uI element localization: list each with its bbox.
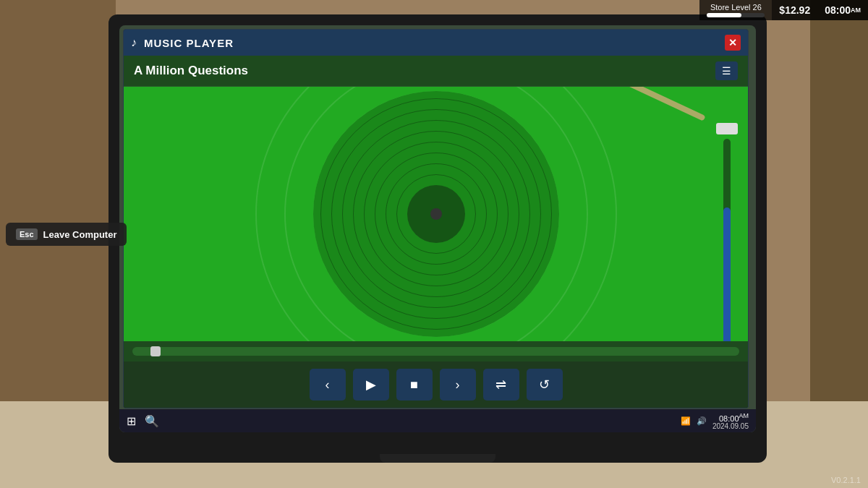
wifi-icon: 📶	[681, 416, 691, 426]
monitor: ♪ MUSIC PLAYER ✕ A Million Questions ☰	[109, 14, 767, 463]
volume-slider[interactable]	[716, 123, 738, 341]
song-title: A Million Questions	[134, 64, 248, 78]
leave-computer-label: Leave Computer	[43, 229, 117, 240]
music-player-window: ♪ MUSIC PLAYER ✕ A Million Questions ☰	[123, 29, 749, 408]
store-level-bar	[707, 13, 741, 17]
next-button[interactable]: ›	[440, 369, 476, 401]
store-level-bar-container	[707, 13, 765, 17]
monitor-stand	[416, 432, 459, 454]
title-bar: ♪ MUSIC PLAYER ✕	[124, 30, 748, 56]
play-button[interactable]: ▶	[353, 369, 389, 401]
playlist-button[interactable]: ☰	[715, 61, 738, 80]
taskbar-time: 08:00AM	[712, 412, 749, 423]
vinyl-center-dot	[430, 208, 442, 220]
song-title-bar: A Million Questions ☰	[124, 56, 748, 87]
top-hud: Store Level 26 $12.92 08:00AM	[699, 0, 868, 20]
windows-start-icon[interactable]: ⊞	[127, 414, 136, 428]
taskbar-right: 📶 🔊 08:00AM 2024.09.05	[681, 412, 749, 431]
vinyl-outer	[313, 91, 559, 337]
monitor-screen: ♪ MUSIC PLAYER ✕ A Million Questions ☰	[119, 25, 756, 432]
store-level-label: Store Level 26	[707, 3, 765, 12]
window-title: MUSIC PLAYER	[144, 37, 718, 49]
music-note-icon: ♪	[131, 36, 137, 49]
esc-key-label: Esc	[16, 228, 38, 240]
volume-handle[interactable]	[716, 123, 738, 134]
shuffle-button[interactable]: ⇌	[483, 369, 519, 401]
stop-button[interactable]: ■	[396, 369, 433, 401]
time-display: 08:00AM	[817, 0, 868, 20]
time-ampm: AM	[851, 7, 861, 14]
money-display: $12.92	[772, 0, 817, 20]
store-level-box: Store Level 26	[699, 0, 772, 20]
monitor-base	[380, 454, 495, 463]
volume-fill	[723, 207, 731, 341]
desktop: ♪ MUSIC PLAYER ✕ A Million Questions ☰	[119, 25, 756, 432]
progress-thumb[interactable]	[150, 346, 161, 356]
vinyl-record	[313, 91, 559, 337]
close-button[interactable]: ✕	[725, 35, 741, 51]
repeat-button[interactable]: ↺	[527, 369, 563, 401]
vinyl-area	[124, 87, 748, 341]
progress-area	[124, 341, 748, 361]
taskbar: ⊞ 🔍 📶 🔊 08:00AM 2024.09.05	[119, 409, 756, 432]
volume-icon: 🔊	[697, 416, 707, 426]
volume-track	[723, 139, 731, 341]
progress-track[interactable]	[132, 347, 739, 356]
tonearm	[572, 87, 706, 121]
progress-fill	[132, 347, 150, 356]
controls-bar: ‹ ▶ ■ › ⇌ ↺	[124, 361, 748, 408]
taskbar-datetime: 08:00AM 2024.09.05	[712, 412, 749, 431]
prev-button[interactable]: ‹	[310, 369, 346, 401]
taskbar-left: ⊞ 🔍	[127, 414, 681, 428]
version-text: V0.2.1.1	[831, 476, 861, 484]
taskbar-date: 2024.09.05	[712, 422, 749, 430]
vinyl-center	[407, 185, 465, 243]
leave-computer-button[interactable]: Esc Leave Computer	[6, 223, 127, 246]
player-content: A Million Questions ☰	[124, 56, 748, 408]
search-icon[interactable]: 🔍	[145, 414, 159, 428]
